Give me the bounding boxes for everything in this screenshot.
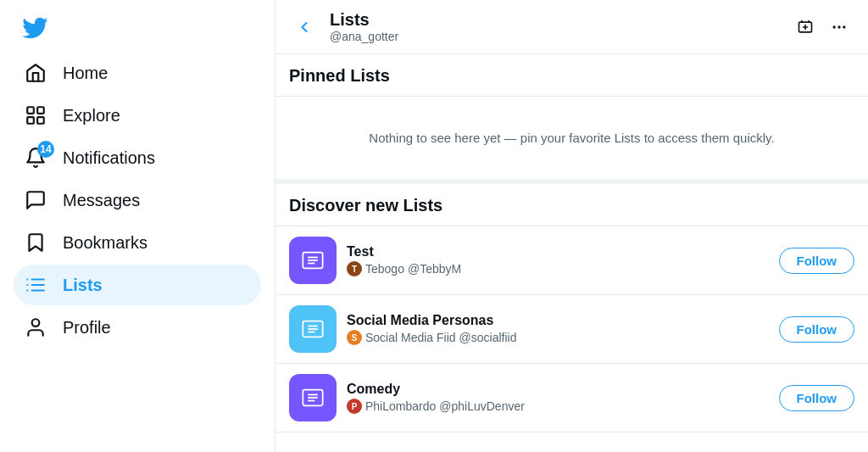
list-info-test: Test T Tebogo @TebbyM <box>347 244 769 276</box>
follow-button-social-media[interactable]: Follow <box>779 316 855 343</box>
new-list-button[interactable] <box>790 12 821 42</box>
list-info-comedy: Comedy P PhiLombardo @phiLuvDenver <box>347 382 769 414</box>
svg-point-18 <box>843 25 845 28</box>
svg-rect-0 <box>27 107 34 114</box>
owner-name-social-media: Social Media Fiid <box>365 331 456 344</box>
list-avatar-social-media <box>289 305 337 353</box>
sidebar-item-lists[interactable]: Lists <box>14 265 261 305</box>
sidebar-item-explore[interactable]: Explore <box>14 95 261 136</box>
list-owner-comedy: P PhiLombardo @phiLuvDenver <box>347 399 769 414</box>
list-name-comedy: Comedy <box>347 382 769 397</box>
sidebar-item-bookmarks[interactable]: Bookmarks <box>14 222 261 263</box>
list-owner-test: T Tebogo @TebbyM <box>347 261 769 276</box>
owner-name-comedy: PhiLombardo <box>365 399 436 413</box>
sidebar-item-explore-label: Explore <box>63 106 120 126</box>
svg-point-10 <box>32 319 40 326</box>
svg-point-17 <box>837 25 840 28</box>
sidebar-item-messages[interactable]: Messages <box>14 180 261 220</box>
explore-icon <box>24 103 47 127</box>
sidebar: Home Explore 14 Notifications <box>0 0 275 452</box>
owner-handle-comedy: @phiLuvDenver <box>439 399 525 413</box>
list-info-social-media: Social Media Personas S Social Media Fii… <box>347 313 769 345</box>
back-button[interactable] <box>289 12 320 42</box>
owner-avatar-comedy: P <box>347 399 362 414</box>
profile-icon <box>24 315 47 339</box>
sidebar-item-notifications[interactable]: 14 Notifications <box>14 137 261 178</box>
messages-icon <box>24 188 47 212</box>
discover-lists-heading: Discover new Lists <box>275 184 868 226</box>
list-item-social-media-personas: Social Media Personas S Social Media Fii… <box>275 295 868 364</box>
main-content: Lists @ana_gotter <box>275 0 868 452</box>
owner-handle-social-media: @socialfiid <box>459 331 517 344</box>
pinned-lists-heading: Pinned Lists <box>275 54 868 97</box>
header-actions <box>790 12 854 42</box>
owner-avatar-social-media: S <box>347 330 362 345</box>
svg-rect-1 <box>37 107 44 114</box>
owner-avatar-test: T <box>347 261 362 276</box>
list-name-social-media: Social Media Personas <box>347 313 769 328</box>
sidebar-item-lists-label: Lists <box>63 276 103 295</box>
more-options-button[interactable] <box>824 12 854 42</box>
list-avatar-test <box>289 237 337 284</box>
svg-point-16 <box>833 25 836 28</box>
sidebar-item-home[interactable]: Home <box>14 53 261 93</box>
list-avatar-comedy <box>289 374 337 421</box>
home-icon <box>24 61 47 85</box>
sidebar-item-profile[interactable]: Profile <box>14 307 261 348</box>
page-subtitle: @ana_gotter <box>330 30 780 43</box>
follow-button-test[interactable]: Follow <box>779 248 855 274</box>
list-item-test: Test T Tebogo @TebbyM Follow <box>275 226 868 295</box>
lists-header: Lists @ana_gotter <box>275 0 868 54</box>
twitter-logo[interactable] <box>14 7 56 49</box>
owner-name-test: Tebogo <box>365 262 404 276</box>
sidebar-item-messages-label: Messages <box>63 191 140 210</box>
svg-rect-3 <box>37 117 44 124</box>
follow-button-comedy[interactable]: Follow <box>779 385 855 411</box>
svg-rect-2 <box>27 117 34 124</box>
list-item-comedy: Comedy P PhiLombardo @phiLuvDenver Follo… <box>275 364 868 432</box>
lists-icon <box>24 273 47 297</box>
sidebar-item-home-label: Home <box>63 64 108 83</box>
page-title: Lists <box>330 10 780 30</box>
notification-badge: 14 <box>37 141 54 158</box>
owner-handle-test: @TebbyM <box>408 262 461 276</box>
header-info: Lists @ana_gotter <box>330 10 780 43</box>
bookmarks-icon <box>24 231 47 254</box>
pinned-empty-message: Nothing to see here yet — pin your favor… <box>275 97 868 184</box>
sidebar-item-notifications-label: Notifications <box>63 148 155 168</box>
list-name-test: Test <box>347 244 769 259</box>
sidebar-item-profile-label: Profile <box>63 318 111 338</box>
list-owner-social-media: S Social Media Fiid @socialfiid <box>347 330 769 345</box>
sidebar-item-bookmarks-label: Bookmarks <box>63 233 147 253</box>
